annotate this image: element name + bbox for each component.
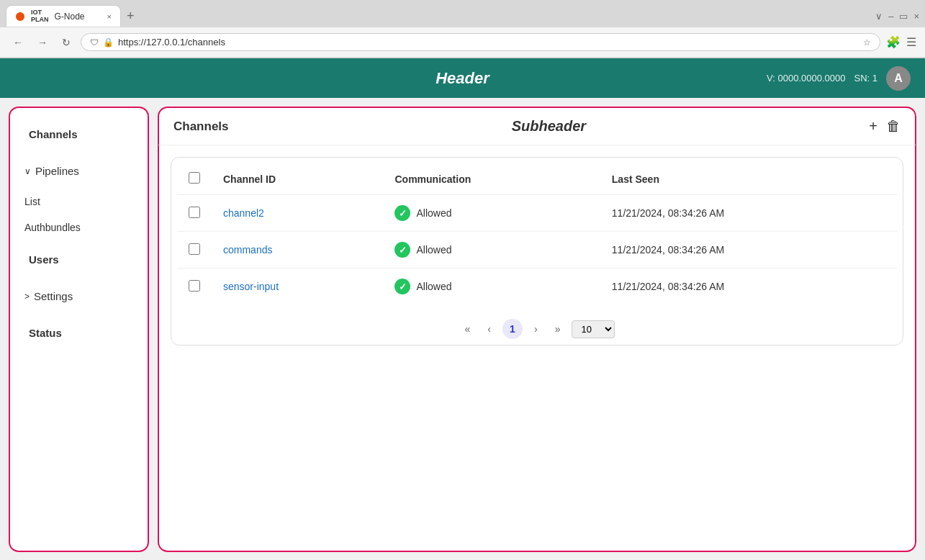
sidebar-item-pipelines[interactable]: ∨ Pipelines [10, 155, 148, 187]
table-inner: Channel ID Communication Last Seen chann… [171, 157, 903, 346]
browser-controls: ← → ↻ 🛡 🔒 ☆ 🧩 ☰ [0, 27, 925, 58]
tab-close-btn[interactable]: × [107, 12, 112, 21]
version-label: V: 0000.0000.0000 [767, 73, 845, 83]
address-bar-container: 🛡 🔒 ☆ [81, 33, 880, 51]
tab-favicon [15, 12, 25, 22]
last-page-button[interactable]: » [549, 320, 567, 338]
sidebar-item-status[interactable]: Status [14, 317, 143, 349]
row-checkbox-cell [177, 195, 212, 232]
header-right: V: 0000.0000.0000 SN: 1 A [767, 66, 911, 91]
allowed-icon: ✓ [394, 279, 410, 294]
row-channel-id: commands [212, 232, 383, 268]
row-checkbox[interactable] [189, 207, 200, 218]
current-page-button[interactable]: 1 [502, 319, 523, 339]
communication-value: Allowed [416, 281, 451, 292]
shield-icon: 🛡 [90, 37, 99, 48]
sidebar: Channels ∨ Pipelines List Authbundles Us… [9, 107, 149, 552]
row-channel-id: channel2 [212, 195, 383, 232]
row-checkbox-cell [177, 268, 212, 305]
first-page-button[interactable]: « [459, 320, 477, 338]
sidebar-settings-label: Settings [34, 290, 73, 302]
prev-page-button[interactable]: ‹ [482, 320, 497, 338]
refresh-button[interactable]: ↻ [58, 34, 75, 51]
status-label: Status [29, 327, 62, 339]
row-channel-id: sensor-input [212, 268, 383, 305]
table-row: sensor-input ✓ Allowed 11/21/2024, 08:34… [177, 268, 897, 305]
channel-link[interactable]: channel2 [223, 207, 264, 219]
row-communication: ✓ Allowed [383, 268, 600, 305]
col-communication: Communication [383, 163, 600, 195]
allowed-icon: ✓ [394, 205, 410, 221]
app-header: Header V: 0000.0000.0000 SN: 1 A [0, 58, 925, 98]
table-row: commands ✓ Allowed 11/21/2024, 08:34:26 … [177, 232, 897, 268]
tab-title: G-Node [55, 12, 101, 22]
col-last-seen: Last Seen [600, 163, 897, 195]
users-label: Users [29, 253, 59, 266]
browser-tab-active[interactable]: IOTPLAN G-Node × [6, 5, 121, 27]
row-communication: ✓ Allowed [383, 232, 600, 268]
address-bar[interactable] [118, 37, 859, 48]
table-row: channel2 ✓ Allowed 11/21/2024, 08:34:26 … [177, 195, 897, 232]
add-channel-button[interactable]: + [869, 118, 877, 135]
next-page-button[interactable]: › [528, 320, 543, 338]
lock-icon: 🔒 [103, 37, 114, 48]
new-tab-button[interactable]: + [127, 9, 135, 24]
window-maximize[interactable]: ▭ [899, 11, 908, 22]
menu-button[interactable]: ☰ [906, 35, 916, 49]
sidebar-item-list[interactable]: List [10, 190, 148, 213]
browser-actions: 🧩 ☰ [886, 35, 916, 49]
window-minimize[interactable]: – [888, 11, 893, 22]
row-last-seen: 11/21/2024, 08:34:26 AM [600, 195, 897, 232]
sidebar-item-channels[interactable]: Channels [14, 118, 143, 150]
row-last-seen: 11/21/2024, 08:34:26 AM [600, 232, 897, 268]
subheader-title: Channels [173, 119, 229, 134]
window-dropdown[interactable]: ∨ [875, 11, 883, 22]
row-communication: ✓ Allowed [383, 195, 600, 232]
channel-link[interactable]: sensor-input [223, 281, 279, 292]
window-close[interactable]: × [913, 11, 919, 22]
pagination: « ‹ 1 › » 102550100 [177, 319, 897, 339]
sidebar-channels-label: Channels [29, 128, 78, 140]
settings-chevron: > [24, 292, 30, 302]
row-checkbox[interactable] [189, 280, 200, 292]
channels-table: Channel ID Communication Last Seen chann… [177, 163, 897, 304]
select-all-checkbox[interactable] [189, 172, 200, 184]
allowed-icon: ✓ [394, 242, 410, 258]
sidebar-item-users[interactable]: Users [14, 243, 143, 276]
table-container: Channel ID Communication Last Seen chann… [158, 145, 916, 552]
forward-button[interactable]: → [33, 34, 52, 51]
delete-channel-button[interactable]: 🗑 [886, 118, 901, 135]
sn-label: SN: 1 [854, 73, 877, 83]
back-button[interactable]: ← [9, 34, 27, 51]
channel-link[interactable]: commands [223, 244, 272, 256]
communication-value: Allowed [416, 207, 451, 219]
col-channel-id: Channel ID [212, 163, 383, 195]
row-last-seen: 11/21/2024, 08:34:26 AM [600, 268, 897, 305]
avatar[interactable]: A [886, 66, 911, 91]
subheader-actions: + 🗑 [869, 118, 901, 135]
sidebar-item-authbundles[interactable]: Authbundles [10, 216, 148, 239]
browser-chrome: IOTPLAN G-Node × + ∨ – ▭ × ← → ↻ 🛡 🔒 ☆ 🧩… [0, 0, 925, 58]
subheader-label: Subheader [229, 118, 870, 135]
window-controls: ∨ – ▭ × [875, 11, 919, 22]
bookmark-icon[interactable]: ☆ [863, 37, 871, 48]
app-container: Header V: 0000.0000.0000 SN: 1 A Channel… [0, 58, 925, 560]
select-all-header [177, 163, 212, 195]
browser-tabs: IOTPLAN G-Node × + ∨ – ▭ × [0, 0, 925, 27]
row-checkbox-cell [177, 232, 212, 268]
page-size-select[interactable]: 102550100 [572, 320, 615, 338]
communication-value: Allowed [416, 244, 451, 256]
authbundles-label: Authbundles [24, 222, 81, 233]
extensions-button[interactable]: 🧩 [886, 35, 901, 49]
tab-label-iot: IOTPLAN [31, 9, 49, 24]
row-checkbox[interactable] [189, 243, 200, 255]
sidebar-pipelines-label: Pipelines [35, 165, 79, 177]
list-label: List [24, 196, 40, 207]
sidebar-item-settings[interactable]: > Settings [10, 280, 148, 312]
pipelines-chevron: ∨ [24, 166, 31, 176]
content-area: Channels Subheader + 🗑 [158, 107, 916, 552]
main-body: Channels ∨ Pipelines List Authbundles Us… [0, 98, 925, 560]
subheader: Channels Subheader + 🗑 [158, 107, 916, 145]
header-title: Header [436, 69, 489, 88]
